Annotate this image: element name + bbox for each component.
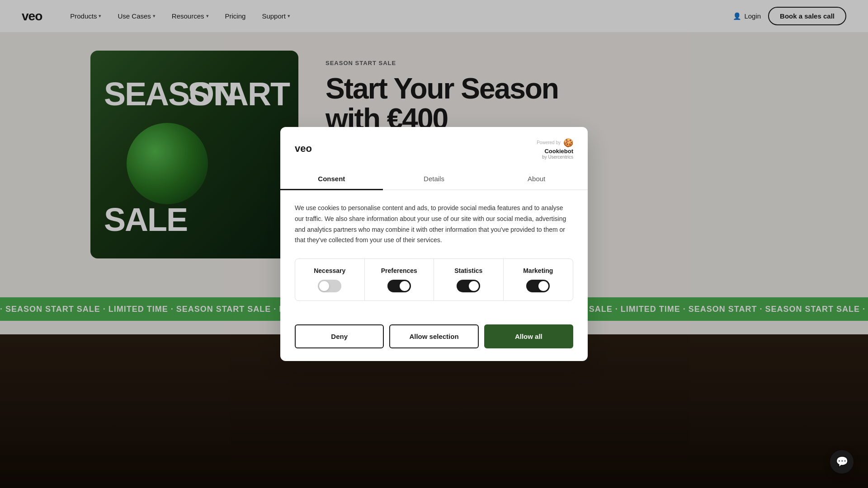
allow-all-button[interactable]: Allow all xyxy=(484,324,573,348)
deny-button[interactable]: Deny xyxy=(295,324,384,348)
toggle-label-preferences: Preferences xyxy=(381,267,417,274)
chat-button[interactable]: 💬 xyxy=(830,450,854,474)
tab-details[interactable]: Details xyxy=(383,169,486,190)
toggle-label-marketing: Marketing xyxy=(523,267,553,274)
modal-logo: veo xyxy=(295,143,312,155)
allow-selection-button[interactable]: Allow selection xyxy=(389,324,478,348)
toggle-switch-statistics[interactable] xyxy=(457,280,480,292)
modal-tabs: Consent Details About xyxy=(280,169,588,190)
toggle-switch-marketing[interactable] xyxy=(526,280,550,292)
chat-icon: 💬 xyxy=(836,456,848,468)
cookie-modal: veo Powered by 🍪 Cookiebot by Usercentri… xyxy=(280,127,588,361)
cookiebot-name: Cookiebot xyxy=(544,148,573,155)
toggle-switch-preferences[interactable] xyxy=(387,280,411,292)
toggle-switch-necessary[interactable] xyxy=(318,280,341,292)
toggle-knob-marketing xyxy=(538,281,548,291)
cookiebot-branding: Powered by 🍪 Cookiebot by Usercentrics xyxy=(537,138,573,160)
toggle-knob-necessary xyxy=(319,281,329,291)
modal-header: veo Powered by 🍪 Cookiebot by Usercentri… xyxy=(280,127,588,160)
toggle-group-marketing: Marketing xyxy=(504,259,573,300)
cookiebot-icon: 🍪 xyxy=(563,138,573,148)
toggle-knob-preferences xyxy=(400,281,410,291)
tab-about[interactable]: About xyxy=(485,169,588,190)
tab-consent[interactable]: Consent xyxy=(280,169,383,190)
cookiebot-powered-by: Powered by 🍪 xyxy=(537,138,573,148)
modal-actions: Deny Allow selection Allow all xyxy=(280,324,588,361)
modal-body: We use cookies to personalise content an… xyxy=(280,190,588,324)
toggle-label-necessary: Necessary xyxy=(314,267,345,274)
toggle-group-preferences: Preferences xyxy=(365,259,434,300)
cookie-modal-overlay: veo Powered by 🍪 Cookiebot by Usercentri… xyxy=(0,0,868,488)
modal-description: We use cookies to personalise content an… xyxy=(295,203,573,246)
toggle-label-statistics: Statistics xyxy=(454,267,482,274)
toggle-group-necessary: Necessary xyxy=(295,259,365,300)
cookiebot-sub: by Usercentrics xyxy=(542,155,573,160)
toggle-groups: Necessary Preferences Statistics xyxy=(295,258,573,301)
toggle-group-statistics: Statistics xyxy=(434,259,504,300)
toggle-knob-statistics xyxy=(469,281,479,291)
